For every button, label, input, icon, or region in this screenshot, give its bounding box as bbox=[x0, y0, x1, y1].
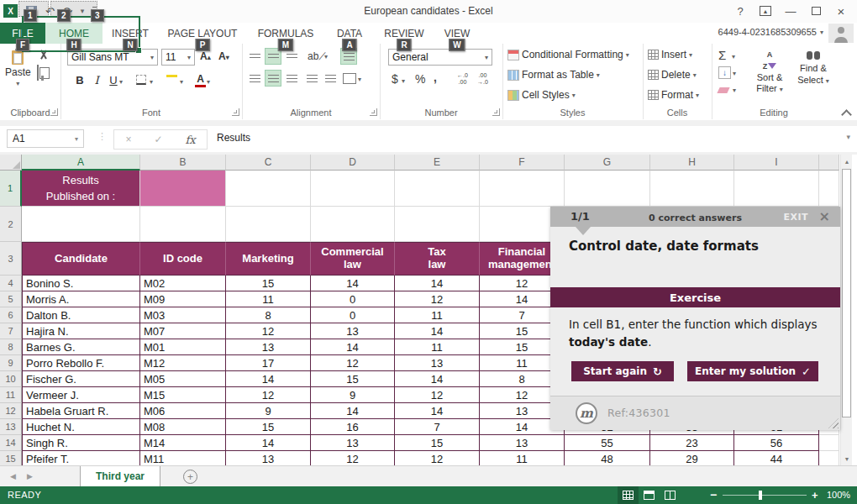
tab-insert[interactable]: INSERTN bbox=[103, 23, 158, 44]
number-dialog-launcher[interactable] bbox=[492, 108, 500, 116]
cell[interactable]: 12 bbox=[226, 387, 311, 403]
cell[interactable]: M09 bbox=[140, 291, 226, 307]
autosum-dropdown-icon[interactable]: ▾ bbox=[732, 53, 735, 60]
expand-formula-bar-icon[interactable]: ▾ bbox=[846, 133, 850, 141]
row-header-5[interactable]: 5 bbox=[0, 291, 22, 307]
cell[interactable] bbox=[395, 207, 480, 242]
fill-color-icon[interactable] bbox=[166, 74, 177, 77]
scroll-down-icon[interactable]: ▼ bbox=[841, 452, 853, 465]
cell[interactable]: Marketing bbox=[226, 242, 311, 276]
cell[interactable]: ResultsPublished on : bbox=[22, 171, 140, 207]
cell[interactable]: M01 bbox=[140, 339, 226, 355]
zoom-level[interactable]: 100% bbox=[827, 490, 850, 500]
autosum-icon[interactable]: Σ bbox=[718, 49, 726, 61]
increase-indent-icon[interactable] bbox=[323, 71, 338, 86]
tab-formulas[interactable]: FORMULASM bbox=[247, 23, 324, 44]
cell[interactable]: Huchet N. bbox=[22, 419, 140, 435]
tab-review[interactable]: REVIEWR bbox=[375, 23, 434, 44]
help-button[interactable]: ? bbox=[728, 3, 753, 19]
cell[interactable] bbox=[140, 171, 226, 207]
cell[interactable] bbox=[226, 171, 311, 207]
cell[interactable]: 9 bbox=[226, 403, 311, 419]
sort-filter-button[interactable]: AZ Sort & Filter ▾ bbox=[747, 49, 792, 95]
comma-icon[interactable]: , bbox=[434, 71, 437, 84]
row-header-15[interactable]: 15 bbox=[0, 451, 22, 465]
cell[interactable] bbox=[565, 171, 650, 207]
cell[interactable]: ID code bbox=[140, 242, 226, 276]
cell[interactable]: 11 bbox=[480, 451, 565, 465]
row-header-4[interactable]: 4 bbox=[0, 276, 22, 291]
cell[interactable]: Porro Rebollo F. bbox=[22, 355, 140, 371]
cell[interactable] bbox=[819, 435, 839, 451]
close-button[interactable]: × bbox=[828, 3, 854, 19]
font-color-icon[interactable]: A bbox=[195, 74, 206, 87]
cell[interactable]: 15 bbox=[311, 371, 395, 387]
cell[interactable]: 13 bbox=[311, 435, 395, 451]
align-left-icon[interactable] bbox=[247, 71, 262, 86]
align-right-icon[interactable] bbox=[284, 71, 299, 86]
row-header-12[interactable]: 12 bbox=[0, 403, 22, 419]
close-panel-icon[interactable]: × bbox=[819, 208, 830, 224]
cell[interactable]: 14 bbox=[395, 323, 480, 339]
cell[interactable]: M15 bbox=[140, 387, 226, 403]
column-header-E[interactable]: E bbox=[395, 155, 480, 171]
cell[interactable]: 12 bbox=[395, 387, 480, 403]
row-header-11[interactable]: 11 bbox=[0, 387, 22, 403]
cell[interactable]: 12 bbox=[395, 451, 480, 465]
cell[interactable]: 15 bbox=[226, 419, 311, 435]
font-color-dropdown-icon[interactable]: ▾ bbox=[207, 78, 210, 86]
cell[interactable]: 14 bbox=[395, 403, 480, 419]
decrease-font-icon[interactable]: A▾ bbox=[218, 51, 229, 61]
merge-center-icon[interactable] bbox=[343, 73, 356, 84]
page-layout-view-button[interactable] bbox=[639, 486, 660, 504]
font-size-combo[interactable]: 11▾ bbox=[161, 49, 195, 66]
row-header-1[interactable]: 1 bbox=[0, 171, 22, 207]
cell[interactable] bbox=[311, 207, 395, 242]
alignment-dialog-launcher[interactable] bbox=[370, 108, 377, 116]
tab-page-layout[interactable]: PAGE LAYOUTP bbox=[158, 23, 247, 44]
cell[interactable]: M12 bbox=[140, 355, 226, 371]
paste-button[interactable]: Paste▾ bbox=[5, 50, 31, 87]
insert-cells-button[interactable]: Insert▾ bbox=[648, 49, 692, 60]
cell[interactable]: Dalton B. bbox=[22, 307, 140, 323]
row-header-2[interactable]: 2 bbox=[0, 207, 22, 242]
sheet-tab-third-year[interactable]: Third year bbox=[80, 466, 160, 486]
name-box[interactable]: A1▾ bbox=[7, 129, 84, 148]
cell[interactable]: 11 bbox=[226, 291, 311, 307]
copy-icon[interactable] bbox=[37, 65, 39, 81]
exercise-panel-header[interactable]: 1/1 0 correct answers EXIT × bbox=[550, 207, 840, 227]
bold-button[interactable]: B bbox=[74, 74, 86, 87]
cell[interactable]: 11 bbox=[395, 339, 480, 355]
account-name[interactable]: 6449-4-0231685309655▾ bbox=[718, 27, 823, 37]
borders-dropdown-icon[interactable]: ▾ bbox=[150, 78, 153, 86]
cell[interactable] bbox=[734, 171, 819, 207]
cell[interactable] bbox=[140, 207, 226, 242]
new-sheet-icon[interactable]: + bbox=[183, 470, 197, 484]
cell[interactable]: M08 bbox=[140, 419, 226, 435]
orientation-dropdown-icon[interactable]: ▾ bbox=[324, 53, 328, 60]
cell[interactable]: 29 bbox=[650, 451, 734, 465]
column-header-C[interactable]: C bbox=[226, 155, 311, 171]
cell[interactable]: Habela Gruart R. bbox=[22, 403, 140, 419]
cell[interactable] bbox=[22, 207, 140, 242]
tab-file[interactable]: FILEF bbox=[0, 23, 45, 44]
cell[interactable]: Bonino S. bbox=[22, 276, 140, 291]
page-break-view-button[interactable] bbox=[660, 486, 681, 504]
clipboard-dialog-launcher[interactable] bbox=[50, 108, 58, 116]
cell[interactable]: 0 bbox=[311, 291, 395, 307]
cell[interactable]: 12 bbox=[395, 291, 480, 307]
cell[interactable]: 14 bbox=[226, 371, 311, 387]
exit-button[interactable]: EXIT bbox=[783, 212, 808, 223]
cell[interactable]: 15 bbox=[395, 435, 480, 451]
currency-dropdown-icon[interactable]: ▾ bbox=[402, 77, 405, 85]
cell[interactable]: Tax law bbox=[395, 242, 480, 276]
borders-icon[interactable] bbox=[136, 75, 146, 85]
start-again-button[interactable]: Start again↻ bbox=[571, 361, 674, 381]
cell[interactable]: 17 bbox=[226, 355, 311, 371]
row-header-13[interactable]: 13 bbox=[0, 419, 22, 435]
cell[interactable]: M03 bbox=[140, 307, 226, 323]
cell[interactable]: 44 bbox=[734, 451, 819, 465]
clear-dropdown-icon[interactable]: ▾ bbox=[733, 87, 736, 94]
cell[interactable]: M05 bbox=[140, 371, 226, 387]
delete-cells-button[interactable]: Delete▾ bbox=[648, 69, 697, 81]
